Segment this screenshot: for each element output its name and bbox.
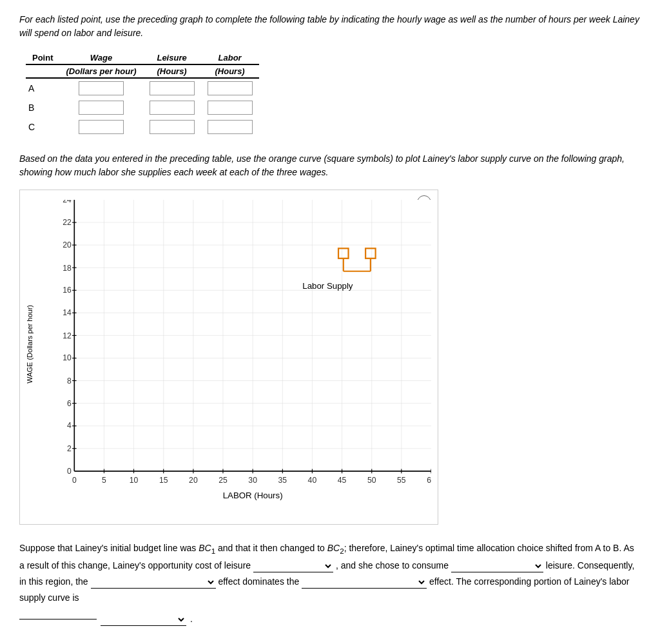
point-b-wage-cell xyxy=(60,98,143,117)
point-a-wage-cell xyxy=(60,78,143,98)
point-a-leisure-input[interactable] xyxy=(150,81,195,95)
svg-text:60: 60 xyxy=(427,476,431,485)
svg-text:20: 20 xyxy=(63,240,72,249)
col-labor-header: Labor xyxy=(201,52,259,64)
svg-text:12: 12 xyxy=(63,331,72,340)
intro-text: For each listed point, use the preceding… xyxy=(19,13,641,40)
svg-text:24: 24 xyxy=(63,200,72,204)
svg-text:4: 4 xyxy=(67,421,72,430)
table-row: B xyxy=(26,98,259,117)
point-b-labor-input[interactable] xyxy=(208,101,253,115)
point-a-labor-cell xyxy=(201,78,259,98)
svg-text:50: 50 xyxy=(367,476,376,485)
select-effect-dom2[interactable]: income substitution both income and subs… xyxy=(302,576,427,589)
point-b-labor-cell xyxy=(201,98,259,117)
chart-svg: 0 2 4 6 8 10 12 14 16 18 20 22 24 xyxy=(46,200,431,507)
svg-text:45: 45 xyxy=(338,476,347,485)
svg-text:2: 2 xyxy=(67,444,72,453)
svg-text:25: 25 xyxy=(218,476,228,485)
graph-instructions: Based on the data you entered in the pre… xyxy=(19,152,641,179)
svg-text:Labor Supply: Labor Supply xyxy=(302,281,353,291)
svg-text:40: 40 xyxy=(308,476,317,485)
col-point-header: Point xyxy=(26,52,60,64)
point-c-leisure-input[interactable] xyxy=(150,120,195,134)
point-a-label: A xyxy=(26,78,60,98)
svg-text:5: 5 xyxy=(102,476,106,485)
svg-text:55: 55 xyxy=(397,476,406,485)
svg-text:8: 8 xyxy=(67,376,72,385)
svg-text:18: 18 xyxy=(63,264,72,273)
table-row: A xyxy=(26,78,259,98)
col-leisure-subheader: (Hours) xyxy=(143,64,201,78)
svg-text:15: 15 xyxy=(159,476,168,485)
svg-text:14: 14 xyxy=(63,308,72,317)
col-wage-header: Wage xyxy=(60,52,143,64)
point-b-label: B xyxy=(26,98,60,117)
svg-text:10: 10 xyxy=(130,476,139,485)
blank-line-1 xyxy=(19,619,97,620)
svg-text:20: 20 xyxy=(189,476,198,485)
svg-text:22: 22 xyxy=(63,218,72,227)
point-a-labor-input[interactable] xyxy=(208,81,253,95)
col-point-subheader xyxy=(26,64,60,78)
table-row: C xyxy=(26,117,259,137)
bottom-text-section: Suppose that Lainey's initial budget lin… xyxy=(19,540,641,644)
select-consume[interactable]: more less the same amount of xyxy=(451,560,543,572)
point-c-wage-cell xyxy=(60,117,143,137)
svg-text:6: 6 xyxy=(67,399,72,408)
y-axis-label: WAGE (Dollars per hour) xyxy=(26,305,34,384)
graph-container: ? WAGE (Dollars per hour) xyxy=(19,190,438,525)
bottom-paragraph-1: Suppose that Lainey's initial budget lin… xyxy=(19,540,641,606)
point-c-label: C xyxy=(26,117,60,137)
point-b-leisure-cell xyxy=(143,98,201,117)
p1-effect: effect dominates the xyxy=(218,576,302,587)
svg-text:0: 0 xyxy=(72,476,77,485)
svg-text:LABOR (Hours): LABOR (Hours) xyxy=(223,491,283,500)
col-leisure-header: Leisure xyxy=(143,52,201,64)
point-b-wage-input[interactable] xyxy=(79,101,124,115)
point-a-wage-input[interactable] xyxy=(79,81,124,95)
svg-text:10: 10 xyxy=(63,353,72,362)
select-opportunity-cost[interactable]: increased decreased stayed the same xyxy=(253,560,333,572)
point-c-wage-input[interactable] xyxy=(79,120,124,134)
point-c-leisure-cell xyxy=(143,117,201,137)
svg-text:0: 0 xyxy=(67,467,72,476)
table-section: Point Wage Leisure Labor (Dollars per ho… xyxy=(19,52,641,137)
period: . xyxy=(190,611,193,627)
last-line: upward-sloping downward-sloping vertical… xyxy=(19,611,641,627)
point-c-labor-cell xyxy=(201,117,259,137)
select-curve-shape[interactable]: upward-sloping downward-sloping vertical… xyxy=(101,613,186,626)
point-c-labor-input[interactable] xyxy=(208,120,253,134)
p1-mid: , and she chose to consume xyxy=(336,560,451,571)
col-wage-subheader: (Dollars per hour) xyxy=(60,64,143,78)
select-effect-dom[interactable]: income substitution both income and subs… xyxy=(91,576,216,589)
svg-text:16: 16 xyxy=(63,286,72,295)
svg-text:35: 35 xyxy=(278,476,287,485)
col-labor-subheader: (Hours) xyxy=(201,64,259,78)
svg-text:30: 30 xyxy=(248,476,257,485)
point-a-leisure-cell xyxy=(143,78,201,98)
data-table: Point Wage Leisure Labor (Dollars per ho… xyxy=(26,52,259,137)
point-b-leisure-input[interactable] xyxy=(150,101,195,115)
